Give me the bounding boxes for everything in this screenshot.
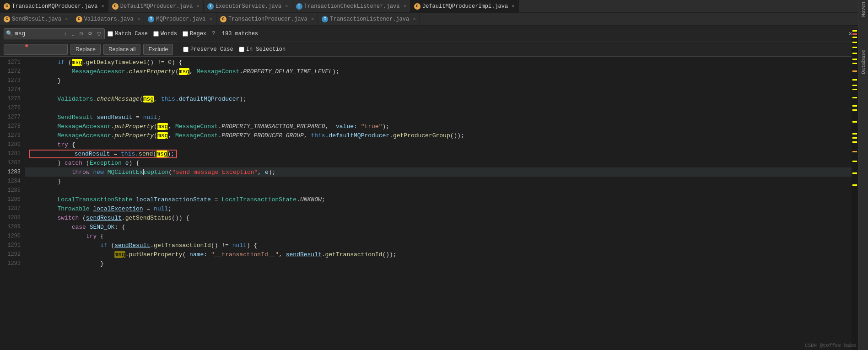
tab-icon-c3: C bbox=[414, 3, 421, 10]
line-1284: 1284 bbox=[0, 177, 25, 186]
bp-empty19 bbox=[2, 225, 5, 229]
in-selection-checkbox[interactable] bbox=[239, 47, 244, 52]
find-history-btn[interactable]: ⊙ bbox=[78, 30, 85, 38]
tab-close-btn9[interactable]: × bbox=[311, 16, 314, 22]
line-1273: 1273 bbox=[0, 76, 25, 85]
bp-empty20 bbox=[2, 234, 5, 238]
bp-empty bbox=[2, 60, 5, 64]
code-line-1271: if (msg.getDelayTimeLevel() != 0) { bbox=[25, 58, 858, 67]
line-1279: 1279 bbox=[0, 131, 25, 140]
bp-empty17 bbox=[2, 207, 5, 210]
bp-empty16 bbox=[2, 198, 5, 201]
code-line-1280: try { bbox=[25, 140, 858, 149]
tab-close-btn4[interactable]: × bbox=[403, 4, 406, 9]
tab-close-btn7[interactable]: × bbox=[137, 16, 140, 22]
tab-close-btn8[interactable]: × bbox=[209, 16, 212, 22]
tab-transaction-listener[interactable]: I TransactionListener.java × bbox=[318, 13, 420, 26]
bp-empty5 bbox=[2, 97, 5, 101]
words-checkbox[interactable] bbox=[153, 31, 159, 37]
tab-transaction-check-listener[interactable]: I TransactionCheckListener.java × bbox=[292, 0, 410, 13]
bp-empty14 bbox=[2, 179, 5, 183]
line-1293: 1293 bbox=[0, 259, 25, 268]
line-1282: 1282 bbox=[0, 158, 25, 167]
match-case-checkbox[interactable] bbox=[108, 31, 113, 37]
line-1278: 1278 bbox=[0, 122, 25, 131]
words-label[interactable]: Words bbox=[153, 31, 177, 37]
scroll-mark-yellow18 bbox=[852, 161, 857, 162]
tab-validators[interactable]: C Validators.java × bbox=[72, 13, 145, 26]
regex-label[interactable]: Regex bbox=[183, 31, 206, 37]
tab-close-btn[interactable]: × bbox=[101, 4, 104, 9]
scroll-mark-yellow7 bbox=[852, 63, 857, 64]
code-editor[interactable]: if (msg.getDelayTimeLevel() != 0) { Mess… bbox=[25, 57, 858, 350]
code-line-1288: switch (sendResult.getSendStatus()) { bbox=[25, 213, 858, 222]
code-line-1274 bbox=[25, 85, 858, 94]
line-1271: 1271 bbox=[0, 58, 25, 67]
regex-checkbox[interactable] bbox=[183, 31, 188, 37]
bp-empty12 bbox=[2, 161, 5, 165]
search-input[interactable] bbox=[15, 30, 60, 37]
tab-default-mq-producer-impl[interactable]: C DefaultMQProducerImpl.java × bbox=[410, 0, 519, 13]
scroll-mark-yellow17 bbox=[852, 141, 857, 143]
bp-empty3 bbox=[2, 79, 5, 82]
tab-close-btn2[interactable]: × bbox=[196, 4, 199, 9]
tab-icon-i2: I bbox=[296, 3, 302, 10]
code-line-1287: Throwable localException = null; bbox=[25, 204, 858, 213]
scroll-mark-yellow10 bbox=[852, 89, 857, 90]
next-match-btn[interactable]: ↓ bbox=[70, 29, 76, 38]
tab-close-btn5[interactable]: × bbox=[512, 4, 515, 9]
line-1290: 1290 bbox=[0, 232, 25, 241]
help-icon: ? bbox=[212, 30, 216, 37]
red-box-highlight: sendResult = this.send(msg); bbox=[29, 150, 177, 158]
maven-panel-tab[interactable]: Maven bbox=[861, 2, 866, 22]
tab-transaction-producer[interactable]: C TransactionProducer.java × bbox=[216, 13, 318, 26]
match-case-label[interactable]: Match Case bbox=[108, 31, 148, 37]
code-line-1279: MessageAccessor.putProperty(msg, Message… bbox=[25, 131, 858, 140]
code-line-1284: } bbox=[25, 177, 858, 186]
replace-all-btn[interactable]: Replace all bbox=[103, 44, 140, 55]
tab-icon-c6: C bbox=[220, 16, 226, 22]
tab-icon-i4: I bbox=[322, 16, 328, 22]
line-1281: 1281 bbox=[0, 149, 25, 158]
find-settings-btn[interactable]: ⚙ bbox=[86, 30, 94, 38]
tab-close-btn3[interactable]: × bbox=[285, 4, 288, 9]
preserve-case-label[interactable]: Preserve Case bbox=[183, 46, 233, 53]
msg-highlight-4: msg bbox=[157, 123, 168, 130]
tab-mq-producer[interactable]: I MQProducer.java × bbox=[144, 13, 216, 26]
replace-btn[interactable]: Replace bbox=[70, 44, 101, 55]
tab-icon-i3: I bbox=[148, 16, 154, 22]
tab-executor-service[interactable]: I ExecutorService.java × bbox=[204, 0, 292, 13]
filter-btn[interactable]: ▽ bbox=[96, 30, 102, 38]
line-1274: 1274 bbox=[0, 85, 25, 94]
bp-empty23 bbox=[2, 262, 5, 265]
scroll-mark-yellow8 bbox=[852, 79, 857, 81]
scroll-mark-orange1 bbox=[852, 70, 857, 72]
code-line-1292: msg.putUserProperty( name: "__transactio… bbox=[25, 250, 858, 259]
tab-send-result[interactable]: C SendResult.java × bbox=[0, 13, 72, 26]
replace-bar: Replace Replace all Exclude Preserve Cas… bbox=[0, 42, 858, 57]
tab-close-btn10[interactable]: × bbox=[413, 16, 416, 22]
replace-input[interactable] bbox=[6, 46, 56, 53]
exclude-btn[interactable]: Exclude bbox=[143, 44, 173, 55]
tab-icon-i1: I bbox=[207, 3, 214, 10]
line-1277: 1277 bbox=[0, 113, 25, 122]
msg-highlight-5: msg bbox=[157, 132, 168, 139]
scroll-mark-yellow14 bbox=[852, 121, 857, 123]
tab-default-mq-producer[interactable]: C DefaultMQProducer.java × bbox=[108, 0, 204, 13]
tab-transaction-mq-producer[interactable]: C TransactionMQProducer.java × bbox=[0, 0, 108, 13]
database-panel-tab[interactable]: Database bbox=[861, 50, 866, 78]
line-number-gutter: 1271 1272 1273 1274 1275 1276 bbox=[0, 57, 25, 350]
find-bar: 🔍 ↑ ↓ ⊙ ⚙ ▽ Match Case Words Regex ? bbox=[0, 26, 858, 42]
scroll-mark-orange2 bbox=[852, 151, 857, 152]
preserve-case-checkbox[interactable] bbox=[183, 47, 189, 52]
tab-icon-c: C bbox=[4, 3, 10, 10]
search-icon: 🔍 bbox=[6, 30, 13, 37]
bp-empty2 bbox=[2, 70, 5, 73]
scroll-minimap[interactable] bbox=[852, 29, 858, 350]
watermark: CSDN @coffee_babe bbox=[805, 343, 856, 348]
tab-close-btn6[interactable]: × bbox=[65, 16, 68, 22]
msg-highlight-3: msg bbox=[143, 96, 154, 102]
in-selection-label[interactable]: In Selection bbox=[239, 46, 286, 53]
scroll-mark-yellow1 bbox=[852, 30, 857, 32]
prev-match-btn[interactable]: ↑ bbox=[62, 29, 68, 38]
